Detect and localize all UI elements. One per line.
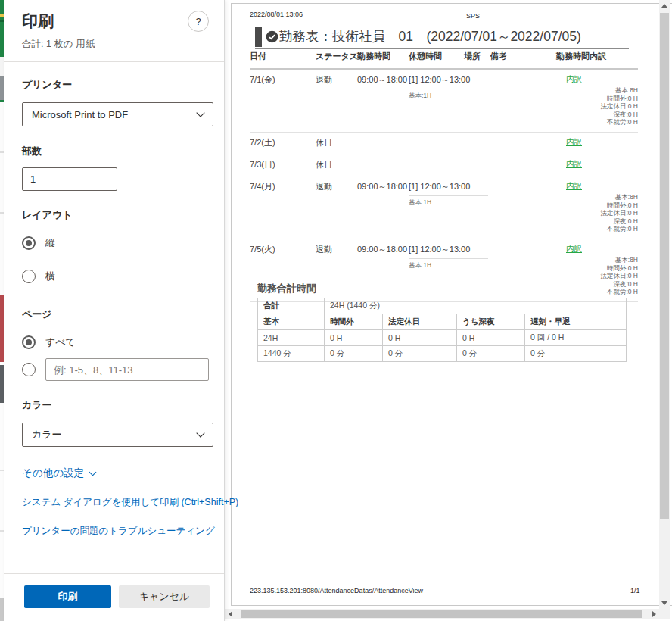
- totals-column-header: 基本: [258, 314, 325, 330]
- detail-link[interactable]: 内訳: [566, 137, 582, 148]
- printer-select[interactable]: Microsoft Print to PDF: [22, 102, 213, 126]
- scroll-left-arrow-icon[interactable]: [225, 609, 235, 619]
- breakdown-line: 基本:8H: [556, 193, 638, 201]
- layout-landscape-label: 横: [45, 270, 55, 283]
- pages-custom-radio[interactable]: [22, 363, 36, 376]
- color-label: カラー: [22, 398, 209, 412]
- pages-label: ページ: [22, 307, 209, 321]
- totals-minutes-cell: 0 分: [525, 346, 627, 362]
- printer-troubleshoot-link[interactable]: プリンターの問題のトラブルシューティング: [22, 525, 215, 538]
- totals-minutes-cell: 1440 分: [258, 346, 325, 362]
- layout-landscape-radio[interactable]: [22, 270, 36, 283]
- pages-custom-input[interactable]: [45, 358, 209, 381]
- totals-row-total: 合計24H (1440 分): [258, 298, 627, 314]
- totals-column-header: 法定休日: [383, 314, 457, 330]
- cell-note: [490, 137, 556, 148]
- more-settings-label: その他の設定: [22, 467, 84, 480]
- page-header-datetime: 2022/08/01 13:06: [250, 11, 303, 18]
- copies-input[interactable]: [22, 167, 117, 191]
- cell-break-time: [1] 12:00～13:00基本:1H: [409, 74, 464, 126]
- cell-date: 7/1(金): [250, 74, 316, 126]
- cell-work-time: 09:00～18:00: [357, 181, 409, 233]
- breakdown-line: 法定休日:0 H: [556, 209, 638, 217]
- page-footer-pagenum: 1/1: [630, 587, 640, 594]
- cell-detail: 内訳基本:8H時間外:0 H法定休日:0 H深夜:0 H不就労:0 H: [556, 181, 638, 233]
- column-header: 勤務時間: [357, 51, 409, 62]
- table-row: 7/3(日)休日内訳: [250, 154, 638, 176]
- vertical-scrollbar-thumb[interactable]: [660, 13, 669, 519]
- color-select[interactable]: カラー: [22, 423, 213, 447]
- totals-column-header: 時間外: [325, 314, 383, 330]
- cell-note: [490, 181, 556, 233]
- scroll-up-arrow-icon[interactable]: [659, 0, 670, 11]
- detail-link[interactable]: 内訳: [566, 74, 582, 85]
- pages-all-label: すべて: [45, 335, 76, 349]
- breakdown-line: 不就労:0 H: [556, 225, 638, 233]
- column-header: ステータス: [316, 51, 357, 62]
- attendance-title: 勤務表：技術社員 01 (2022/07/01～2022/07/05): [279, 27, 581, 45]
- cancel-button[interactable]: キャンセル: [119, 585, 210, 608]
- page-footer-url: 223.135.153.201:8080/AttendanceDatas/Att…: [250, 587, 423, 594]
- cell-break-time: [409, 137, 464, 148]
- print-button[interactable]: 印刷: [24, 585, 111, 608]
- cell-note: [490, 244, 556, 296]
- cell-date: 7/4(月): [250, 181, 316, 233]
- chevron-down-icon: [196, 108, 204, 117]
- cell-status: 休日: [316, 137, 357, 148]
- scroll-down-arrow-icon[interactable]: [659, 598, 670, 609]
- breakdown-line: 深夜:0 H: [556, 280, 638, 289]
- totals-hours-cell: 0 H: [457, 330, 525, 346]
- totals-minutes-row: 1440 分0 分0 分0 分0 分: [258, 346, 627, 362]
- help-button[interactable]: ?: [188, 11, 209, 32]
- printer-select-value: Microsoft Print to PDF: [32, 109, 128, 120]
- preview-vertical-scrollbar[interactable]: [659, 0, 670, 619]
- column-header: 勤務時間内訳: [556, 51, 638, 62]
- horizontal-scrollbar-thumb[interactable]: [241, 610, 642, 618]
- cell-status: 退勤: [316, 74, 357, 126]
- more-settings-link[interactable]: その他の設定: [22, 467, 95, 480]
- totals-total-value: 24H (1440 分): [325, 298, 627, 314]
- cell-work-time: [357, 159, 409, 170]
- sheet-count-summary: 合計: 1 枚の 用紙: [22, 38, 209, 51]
- detail-link[interactable]: 内訳: [566, 244, 582, 254]
- color-select-value: カラー: [32, 428, 62, 442]
- cell-note: [490, 74, 556, 126]
- cell-work-time: 09:00～18:00: [357, 244, 409, 296]
- detail-link[interactable]: 内訳: [566, 181, 582, 192]
- totals-minutes-cell: 0 分: [325, 346, 383, 362]
- totals-hours-cell: 0 H: [325, 330, 383, 346]
- breakdown-line: 法定休日:0 H: [556, 272, 638, 280]
- breakdown-line: 深夜:0 H: [556, 111, 638, 119]
- page-header-title: SPS: [466, 12, 480, 20]
- detail-link[interactable]: 内訳: [566, 159, 582, 170]
- break-time-range: [1] 12:00～13:00: [409, 244, 488, 259]
- breakdown-line: 法定休日:0 H: [556, 102, 638, 111]
- chevron-down-icon: [196, 429, 204, 437]
- preview-page: 2022/08/01 13:06 SPS 勤務表：技術社員 01 (2022/0…: [231, 3, 672, 606]
- table-row: 7/1(金)退勤09:00～18:00[1] 12:00～13:00基本:1H内…: [250, 70, 638, 133]
- table-row: 7/4(月)退勤09:00～18:00[1] 12:00～13:00基本:1H内…: [250, 176, 638, 239]
- system-dialog-print-link[interactable]: システム ダイアログを使用して印刷 (Ctrl+Shift+P): [22, 496, 238, 509]
- totals-total-label: 合計: [258, 298, 325, 314]
- layout-label: レイアウト: [22, 208, 209, 222]
- cell-detail: 内訳基本:8H時間外:0 H法定休日:0 H深夜:0 H不就労:0 H: [556, 244, 638, 296]
- totals-hours-row: 24H0 H0 H0 H0 回 / 0 H: [258, 330, 627, 346]
- column-header: 場所: [464, 51, 490, 62]
- title-accent-bar: [255, 27, 262, 47]
- dialog-title: 印刷: [22, 11, 54, 32]
- cell-detail: 内訳: [556, 159, 638, 170]
- table-row: 7/2(土)休日内訳: [250, 133, 638, 154]
- cell-break-time: [409, 159, 464, 170]
- panel-divider: [4, 61, 224, 62]
- clock-check-icon: [266, 30, 278, 43]
- totals-hours-cell: 0 回 / 0 H: [525, 330, 627, 346]
- breakdown-line: 時間外:0 H: [556, 201, 638, 210]
- layout-portrait-radio[interactable]: [22, 236, 36, 250]
- totals-heading: 勤務合計時間: [257, 282, 316, 295]
- scroll-right-arrow-icon[interactable]: [649, 609, 659, 619]
- printer-label: プリンター: [22, 78, 209, 92]
- preview-horizontal-scrollbar[interactable]: [225, 609, 659, 619]
- cell-break-time: [1] 12:00～13:00基本:1H: [409, 181, 464, 233]
- pages-all-radio[interactable]: [22, 335, 36, 349]
- print-preview-area: 2022/08/01 13:06 SPS 勤務表：技術社員 01 (2022/0…: [225, 0, 672, 621]
